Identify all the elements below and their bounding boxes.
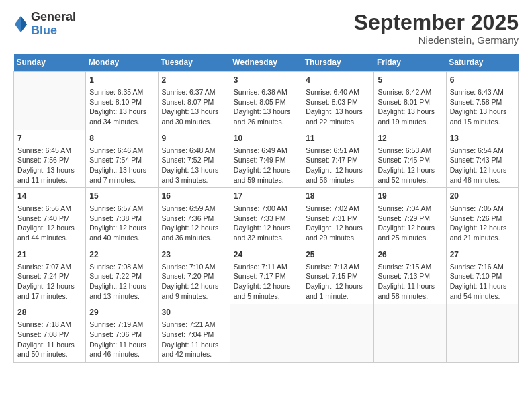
day-number: 4 bbox=[306, 75, 370, 86]
day-number: 17 bbox=[234, 191, 298, 202]
day-number: 11 bbox=[306, 133, 370, 144]
calendar-cell: 4Sunrise: 6:40 AMSunset: 8:03 PMDaylight… bbox=[302, 72, 374, 130]
day-number: 23 bbox=[162, 249, 226, 261]
calendar-cell: 2Sunrise: 6:37 AMSunset: 8:07 PMDaylight… bbox=[158, 72, 230, 130]
calendar-cell: 7Sunrise: 6:45 AMSunset: 7:56 PMDaylight… bbox=[14, 130, 86, 188]
logo: General Blue bbox=[13, 11, 76, 38]
calendar-cell: 23Sunrise: 7:10 AMSunset: 7:20 PMDayligh… bbox=[158, 246, 230, 304]
calendar-cell bbox=[14, 72, 86, 130]
day-number: 15 bbox=[89, 191, 154, 202]
calendar-cell: 17Sunrise: 7:00 AMSunset: 7:33 PMDayligh… bbox=[230, 188, 302, 246]
day-number: 13 bbox=[450, 133, 515, 144]
day-number: 1 bbox=[89, 75, 154, 86]
day-number: 27 bbox=[450, 249, 515, 261]
calendar-week-5: 28Sunrise: 7:18 AMSunset: 7:08 PMDayligh… bbox=[14, 304, 519, 363]
day-number: 28 bbox=[17, 307, 82, 318]
calendar-cell bbox=[374, 304, 446, 363]
calendar-cell: 14Sunrise: 6:56 AMSunset: 7:40 PMDayligh… bbox=[14, 188, 86, 246]
day-info: Sunrise: 7:13 AMSunset: 7:15 PMDaylight:… bbox=[306, 262, 370, 302]
title-block: September 2025 Niedenstein, Germany bbox=[354, 11, 519, 46]
day-info: Sunrise: 6:42 AMSunset: 8:01 PMDaylight:… bbox=[378, 87, 442, 127]
calendar-week-2: 7Sunrise: 6:45 AMSunset: 7:56 PMDaylight… bbox=[14, 130, 519, 188]
day-number: 10 bbox=[234, 133, 298, 144]
day-number: 14 bbox=[17, 191, 82, 202]
day-info: Sunrise: 6:40 AMSunset: 8:03 PMDaylight:… bbox=[306, 87, 370, 127]
day-info: Sunrise: 7:04 AMSunset: 7:29 PMDaylight:… bbox=[378, 203, 442, 243]
day-info: Sunrise: 6:48 AMSunset: 7:52 PMDaylight:… bbox=[162, 146, 226, 185]
day-info: Sunrise: 6:54 AMSunset: 7:43 PMDaylight:… bbox=[450, 146, 515, 185]
month-title: September 2025 bbox=[354, 11, 519, 34]
calendar-cell: 11Sunrise: 6:51 AMSunset: 7:47 PMDayligh… bbox=[302, 130, 374, 188]
day-info: Sunrise: 7:05 AMSunset: 7:26 PMDaylight:… bbox=[450, 203, 515, 243]
day-info: Sunrise: 6:45 AMSunset: 7:56 PMDaylight:… bbox=[17, 146, 82, 185]
weekday-header-thursday: Thursday bbox=[302, 54, 374, 72]
day-number: 30 bbox=[162, 307, 226, 318]
day-info: Sunrise: 7:15 AMSunset: 7:13 PMDaylight:… bbox=[378, 262, 442, 302]
day-number: 18 bbox=[306, 191, 370, 202]
day-info: Sunrise: 7:18 AMSunset: 7:08 PMDaylight:… bbox=[17, 320, 82, 359]
day-number: 7 bbox=[17, 133, 82, 144]
calendar-cell: 8Sunrise: 6:46 AMSunset: 7:54 PMDaylight… bbox=[86, 130, 158, 188]
day-info: Sunrise: 7:16 AMSunset: 7:10 PMDaylight:… bbox=[450, 262, 515, 302]
calendar-cell: 29Sunrise: 7:19 AMSunset: 7:06 PMDayligh… bbox=[86, 304, 158, 363]
day-number: 29 bbox=[89, 307, 154, 318]
calendar-cell: 24Sunrise: 7:11 AMSunset: 7:17 PMDayligh… bbox=[230, 246, 302, 304]
day-info: Sunrise: 6:37 AMSunset: 8:07 PMDaylight:… bbox=[162, 87, 226, 127]
day-number: 21 bbox=[17, 249, 82, 261]
day-number: 3 bbox=[234, 75, 298, 86]
logo-text-blue: Blue bbox=[31, 24, 57, 37]
calendar-week-4: 21Sunrise: 7:07 AMSunset: 7:24 PMDayligh… bbox=[14, 246, 519, 304]
calendar-cell bbox=[446, 304, 518, 363]
day-info: Sunrise: 7:07 AMSunset: 7:24 PMDaylight:… bbox=[17, 262, 82, 302]
calendar-cell: 26Sunrise: 7:15 AMSunset: 7:13 PMDayligh… bbox=[374, 246, 446, 304]
day-info: Sunrise: 7:10 AMSunset: 7:20 PMDaylight:… bbox=[162, 262, 226, 302]
page-header: General Blue September 2025 Niedenstein,… bbox=[13, 11, 519, 46]
calendar-cell: 28Sunrise: 7:18 AMSunset: 7:08 PMDayligh… bbox=[14, 304, 86, 363]
calendar-cell: 20Sunrise: 7:05 AMSunset: 7:26 PMDayligh… bbox=[446, 188, 518, 246]
weekday-header-monday: Monday bbox=[86, 54, 158, 72]
day-number: 20 bbox=[450, 191, 515, 202]
calendar-week-1: 1Sunrise: 6:35 AMSunset: 8:10 PMDaylight… bbox=[14, 72, 519, 130]
svg-marker-1 bbox=[21, 16, 27, 32]
day-info: Sunrise: 7:00 AMSunset: 7:33 PMDaylight:… bbox=[234, 203, 298, 243]
day-number: 22 bbox=[89, 249, 154, 261]
day-info: Sunrise: 6:51 AMSunset: 7:47 PMDaylight:… bbox=[306, 146, 370, 185]
logo-text-general: General bbox=[31, 10, 76, 24]
day-number: 16 bbox=[162, 191, 226, 202]
weekday-header-row: SundayMondayTuesdayWednesdayThursdayFrid… bbox=[14, 54, 519, 72]
weekday-header-saturday: Saturday bbox=[446, 54, 518, 72]
calendar-cell: 13Sunrise: 6:54 AMSunset: 7:43 PMDayligh… bbox=[446, 130, 518, 188]
day-info: Sunrise: 7:19 AMSunset: 7:06 PMDaylight:… bbox=[89, 320, 154, 359]
calendar-cell: 9Sunrise: 6:48 AMSunset: 7:52 PMDaylight… bbox=[158, 130, 230, 188]
day-number: 25 bbox=[306, 249, 370, 261]
calendar-cell: 15Sunrise: 6:57 AMSunset: 7:38 PMDayligh… bbox=[86, 188, 158, 246]
calendar-cell: 30Sunrise: 7:21 AMSunset: 7:04 PMDayligh… bbox=[158, 304, 230, 363]
day-info: Sunrise: 7:21 AMSunset: 7:04 PMDaylight:… bbox=[162, 320, 226, 359]
weekday-header-wednesday: Wednesday bbox=[230, 54, 302, 72]
calendar-cell: 6Sunrise: 6:43 AMSunset: 7:58 PMDaylight… bbox=[446, 72, 518, 130]
calendar-cell: 3Sunrise: 6:38 AMSunset: 8:05 PMDaylight… bbox=[230, 72, 302, 130]
calendar-cell: 12Sunrise: 6:53 AMSunset: 7:45 PMDayligh… bbox=[374, 130, 446, 188]
day-info: Sunrise: 6:46 AMSunset: 7:54 PMDaylight:… bbox=[89, 146, 154, 185]
calendar-cell: 16Sunrise: 6:59 AMSunset: 7:36 PMDayligh… bbox=[158, 188, 230, 246]
day-info: Sunrise: 6:35 AMSunset: 8:10 PMDaylight:… bbox=[89, 87, 154, 127]
calendar-cell: 25Sunrise: 7:13 AMSunset: 7:15 PMDayligh… bbox=[302, 246, 374, 304]
calendar-cell: 19Sunrise: 7:04 AMSunset: 7:29 PMDayligh… bbox=[374, 188, 446, 246]
calendar-cell: 21Sunrise: 7:07 AMSunset: 7:24 PMDayligh… bbox=[14, 246, 86, 304]
location: Niedenstein, Germany bbox=[354, 34, 519, 46]
day-info: Sunrise: 6:43 AMSunset: 7:58 PMDaylight:… bbox=[450, 87, 515, 127]
day-info: Sunrise: 7:08 AMSunset: 7:22 PMDaylight:… bbox=[89, 262, 154, 302]
day-info: Sunrise: 6:38 AMSunset: 8:05 PMDaylight:… bbox=[234, 87, 298, 127]
calendar-body: 1Sunrise: 6:35 AMSunset: 8:10 PMDaylight… bbox=[14, 72, 519, 363]
day-number: 8 bbox=[89, 133, 154, 144]
calendar-cell: 22Sunrise: 7:08 AMSunset: 7:22 PMDayligh… bbox=[86, 246, 158, 304]
weekday-header-sunday: Sunday bbox=[14, 54, 86, 72]
day-info: Sunrise: 6:53 AMSunset: 7:45 PMDaylight:… bbox=[378, 146, 442, 185]
day-number: 19 bbox=[378, 191, 442, 202]
calendar-week-3: 14Sunrise: 6:56 AMSunset: 7:40 PMDayligh… bbox=[14, 188, 519, 246]
calendar-cell bbox=[302, 304, 374, 363]
day-info: Sunrise: 7:11 AMSunset: 7:17 PMDaylight:… bbox=[234, 262, 298, 302]
day-info: Sunrise: 6:49 AMSunset: 7:49 PMDaylight:… bbox=[234, 146, 298, 185]
calendar-cell: 18Sunrise: 7:02 AMSunset: 7:31 PMDayligh… bbox=[302, 188, 374, 246]
weekday-header-friday: Friday bbox=[374, 54, 446, 72]
